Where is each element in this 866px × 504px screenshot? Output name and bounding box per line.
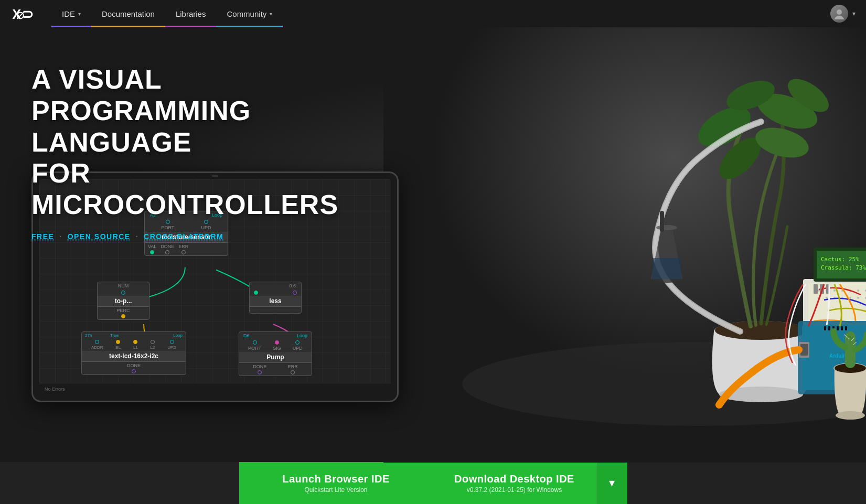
navigation: X ⊃ ⌀ IDE ▾ Documentation Libraries Comm…	[0, 0, 866, 27]
tag-open-source[interactable]: OPEN SOURCE	[68, 232, 131, 241]
separator-dot-1: ·	[59, 232, 62, 241]
avatar-image	[830, 5, 848, 23]
logo[interactable]: X ⊃ ⌀	[10, 5, 36, 23]
nav-label-ide: IDE	[62, 9, 75, 18]
svg-point-4	[837, 9, 842, 15]
nav-label-libraries: Libraries	[176, 9, 206, 18]
svg-point-26	[857, 289, 859, 292]
svg-text:⌀: ⌀	[16, 7, 25, 22]
svg-rect-47	[845, 326, 847, 330]
svg-rect-42	[824, 326, 826, 330]
tag-free[interactable]: FREE	[31, 232, 54, 241]
node-less-title: less	[250, 296, 301, 307]
chevron-down-icon-community: ▾	[270, 11, 272, 17]
svg-text:Cactus: 25%: Cactus: 25%	[821, 256, 859, 263]
svg-text:Crassula: 73%: Crassula: 73%	[821, 264, 866, 271]
node-to-percent: NUM to-p... PERC	[97, 282, 149, 320]
launch-btn-sub: Quickstart Lite Version	[304, 486, 367, 494]
cta-bar: Launch Browser IDE Quickstart Lite Versi…	[0, 462, 866, 504]
svg-rect-45	[837, 326, 839, 330]
nav-item-community[interactable]: Community ▾	[216, 0, 283, 27]
nav-item-documentation[interactable]: Documentation	[91, 0, 165, 27]
hero-text-area: A VISUAL PROGRAMMING LANGUAGE FOR MICROC…	[31, 64, 336, 241]
nav-label-community: Community	[227, 9, 266, 18]
avatar[interactable]	[830, 5, 848, 23]
svg-point-23	[833, 289, 836, 292]
svg-rect-18	[660, 211, 664, 232]
hero-section: Arduino Cactus: 25% Crassula	[0, 27, 866, 504]
svg-rect-46	[841, 326, 843, 330]
svg-point-33	[849, 297, 851, 299]
node-pump-title: Pump	[239, 352, 312, 363]
nav-right: ▾	[830, 5, 856, 23]
download-dropdown-arrow[interactable]: ▾	[596, 462, 627, 504]
launch-btn-title: Launch Browser IDE	[282, 473, 390, 485]
nav-items: IDE ▾ Documentation Libraries Community …	[51, 0, 830, 27]
svg-rect-54	[814, 284, 818, 294]
avatar-dropdown-arrow[interactable]: ▾	[852, 10, 856, 17]
separator-dot-2: ·	[136, 232, 138, 241]
svg-point-34	[857, 297, 859, 299]
chevron-down-icon: ▾	[78, 11, 81, 17]
nav-item-ide[interactable]: IDE ▾	[51, 0, 91, 27]
nav-label-documentation: Documentation	[102, 9, 155, 18]
hero-tags: FREE · OPEN SOURCE · CROSS-PLATFORM	[31, 232, 336, 241]
node-pump: D6Loop PORT SIG UPD Pump DONE ERR	[239, 331, 312, 376]
node-less: 0.6 less	[249, 282, 302, 314]
node-text-lcd: 27hTrueLoop ADDR BL L1 L2 UPD text-lcd-1…	[81, 331, 186, 375]
svg-point-5	[835, 16, 844, 19]
hardware-photo: Arduino Cactus: 25% Crassula	[383, 27, 866, 463]
download-btn-text: Download Desktop IDE v0.37.2 (2021-01-25…	[433, 473, 596, 494]
launch-browser-ide-button[interactable]: Launch Browser IDE Quickstart Lite Versi…	[239, 462, 433, 504]
download-btn-title: Download Desktop IDE	[454, 473, 574, 485]
tag-cross-platform[interactable]: CROSS-PLATFORM	[144, 232, 223, 241]
svg-point-58	[836, 411, 865, 420]
nav-item-libraries[interactable]: Libraries	[165, 0, 217, 27]
node-text-lcd-title: text-lcd-16x2-i2c	[82, 351, 186, 362]
download-btn-sub: v0.37.2 (2021-01-25) for Windows	[467, 486, 562, 494]
svg-rect-43	[828, 326, 830, 330]
download-desktop-ide-button[interactable]: Download Desktop IDE v0.37.2 (2021-01-25…	[433, 462, 627, 504]
hero-title: A VISUAL PROGRAMMING LANGUAGE FOR MICROC…	[31, 64, 336, 221]
svg-point-17	[656, 225, 677, 230]
node-to-percent-title: to-p...	[98, 296, 149, 307]
